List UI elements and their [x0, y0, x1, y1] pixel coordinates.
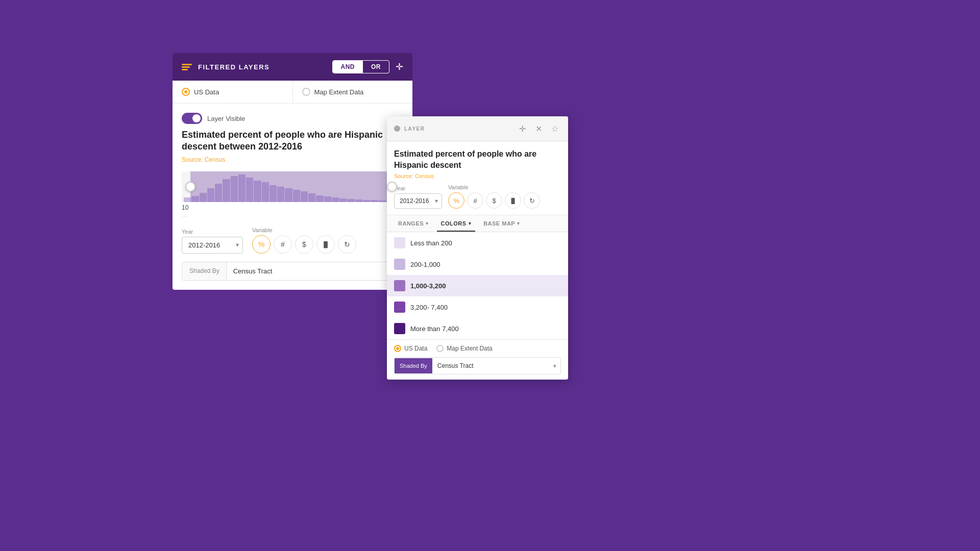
shaded-by-select[interactable]: Census Tract: [227, 262, 288, 280]
data-source-row: US Data Map Extent Data: [173, 81, 412, 104]
layer-visible-label: Layer Visible: [207, 115, 245, 122]
panel2-shaded-select[interactable]: Census Tract: [432, 358, 486, 374]
range-labels: 10 10.5k: [182, 204, 403, 211]
panel2-us-data-tab[interactable]: US Data: [394, 345, 427, 352]
slider-handle-left[interactable]: [185, 182, 195, 192]
range-min: 10: [182, 204, 188, 211]
range-label-dots: ··· ·········: [182, 213, 403, 219]
panel2-tabs: RANGES ▾ COLORS ▾ BASE MAP ▾: [387, 215, 568, 232]
panel2-shaded-label: Shaded By: [395, 358, 432, 373]
panel2-var-dollar-btn[interactable]: $: [486, 192, 502, 209]
panel2-us-data-radio[interactable]: [394, 345, 401, 352]
panel1-body: US Data Map Extent Data Layer Visible Es…: [173, 81, 412, 290]
shaded-by-wrapper: Census Tract: [227, 262, 403, 280]
var-percent-btn[interactable]: %: [252, 235, 271, 254]
panel2-us-data-label: US Data: [404, 345, 427, 352]
panel2-variable-label: Variable: [448, 184, 540, 190]
or-button[interactable]: OR: [363, 61, 389, 73]
panel2-shaded-row: Shaded By Census Tract: [394, 357, 561, 374]
panel2-year-field: Year 2012-2016: [394, 185, 442, 209]
variable-label: Variable: [252, 227, 356, 233]
slider-handle-right[interactable]: [387, 182, 397, 192]
variable-field: Variable % # $ ▐▌ ↻: [252, 227, 356, 254]
year-label: Year: [182, 229, 243, 235]
and-button[interactable]: AND: [333, 61, 363, 73]
range-min-dots: ···: [182, 213, 187, 219]
panel2-map-extent-radio[interactable]: [436, 345, 444, 352]
us-data-tab[interactable]: US Data: [173, 81, 293, 103]
layer-visible-toggle[interactable]: [182, 113, 202, 124]
var-bar-btn[interactable]: ▐▌: [316, 235, 335, 254]
panel2-var-hash-btn[interactable]: #: [467, 192, 483, 209]
range-label-5: More than 7,400: [410, 325, 459, 333]
range-swatch-3: [394, 280, 405, 291]
panel2-close-btn[interactable]: ✕: [532, 122, 545, 135]
panel2-var-bar-btn[interactable]: ▐▌: [505, 192, 521, 209]
panel2-source[interactable]: Source: Census: [394, 173, 561, 179]
tab-base-map-label: BASE MAP: [483, 220, 515, 227]
range-swatch-4: [394, 302, 405, 313]
panel2-year-label: Year: [394, 185, 442, 191]
layer-badge: LAYER: [404, 126, 512, 132]
year-select[interactable]: 2012-2016: [182, 237, 243, 254]
range-row-2[interactable]: 200-1,000: [387, 254, 568, 275]
map-extent-label: Map Extent Data: [314, 88, 364, 96]
range-swatch-5: [394, 323, 405, 334]
panel2-move-btn[interactable]: ✛: [516, 122, 528, 135]
range-row-4[interactable]: 3,200- 7,400: [387, 296, 568, 318]
range-label-2: 200-1,000: [410, 261, 440, 268]
panel1-header: FILTERED LAYERS AND OR ✛: [173, 53, 412, 81]
panel2-shaded-wrapper: Census Tract: [432, 358, 560, 374]
panel2-star-btn[interactable]: ☆: [549, 122, 561, 135]
panel2-var-icons: % # $ ▐▌ ↻: [448, 192, 540, 209]
year-select-wrapper: 2012-2016: [182, 237, 243, 254]
range-label-3: 1,000-3,200: [410, 282, 446, 290]
panel2-title-section: Estimated percent of people who are Hisp…: [387, 141, 568, 184]
us-data-label: US Data: [194, 88, 219, 96]
us-data-radio[interactable]: [182, 88, 190, 96]
panel2-variable-field: Variable % # $ ▐▌ ↻: [448, 184, 540, 209]
tab-base-map[interactable]: BASE MAP ▾: [479, 215, 524, 232]
layer-dot: [394, 126, 400, 132]
panel2-map-extent-tab[interactable]: Map Extent Data: [436, 345, 492, 352]
panel2-bottom: US Data Map Extent Data Shaded By Census…: [387, 339, 568, 380]
colors-chevron: ▾: [469, 221, 472, 226]
layers-icon[interactable]: [182, 64, 192, 70]
var-dollar-btn[interactable]: $: [295, 235, 313, 254]
panel2-layer-title: Estimated percent of people who are Hisp…: [394, 148, 561, 170]
panel2-var-percent-btn[interactable]: %: [448, 192, 464, 209]
year-variable-row: Year 2012-2016 Variable % # $ ▐▌ ↻: [182, 227, 403, 254]
panel2-data-source-row: US Data Map Extent Data: [394, 345, 561, 352]
base-map-chevron: ▾: [517, 221, 520, 226]
range-label-4: 3,200- 7,400: [410, 304, 448, 311]
map-extent-tab[interactable]: Map Extent Data: [293, 81, 413, 103]
filtered-layers-title: FILTERED LAYERS: [198, 63, 326, 71]
shaded-by-label: Shaded By: [182, 262, 227, 280]
variable-icons: % # $ ▐▌ ↻: [252, 235, 356, 254]
map-extent-radio[interactable]: [302, 88, 310, 96]
panel2-var-refresh-btn[interactable]: ↻: [524, 192, 540, 209]
tab-ranges-label: RANGES: [398, 220, 424, 227]
tab-ranges[interactable]: RANGES ▾: [394, 215, 433, 232]
histogram: [182, 171, 403, 202]
range-rows: Less than 200 200-1,000 1,000-3,200 3,20…: [387, 232, 568, 339]
range-swatch-1: [394, 237, 405, 248]
panel2-header: LAYER ✛ ✕ ☆: [387, 116, 568, 141]
year-field: Year 2012-2016: [182, 229, 243, 254]
panel2-year-var-row: Year 2012-2016 Variable % # $ ▐▌ ↻: [387, 184, 568, 215]
shaded-by-row: Shaded By Census Tract: [182, 262, 403, 281]
tab-colors-label: COLORS: [441, 220, 467, 227]
panel2-layer: LAYER ✛ ✕ ☆ Estimated percent of people …: [387, 116, 568, 380]
panel1-source[interactable]: Source: Census: [182, 156, 403, 163]
range-row-3[interactable]: 1,000-3,200: [387, 275, 568, 296]
panel2-map-extent-label: Map Extent Data: [447, 345, 492, 352]
var-refresh-btn[interactable]: ↻: [338, 235, 356, 254]
range-row-1[interactable]: Less than 200: [387, 232, 568, 254]
tab-colors[interactable]: COLORS ▾: [437, 215, 476, 232]
histogram-track: [182, 171, 403, 202]
layer-visible-row: Layer Visible: [182, 113, 403, 124]
move-icon[interactable]: ✛: [396, 61, 403, 72]
panel2-year-select[interactable]: 2012-2016: [394, 193, 442, 209]
var-hash-btn[interactable]: #: [274, 235, 292, 254]
range-row-5[interactable]: More than 7,400: [387, 318, 568, 339]
